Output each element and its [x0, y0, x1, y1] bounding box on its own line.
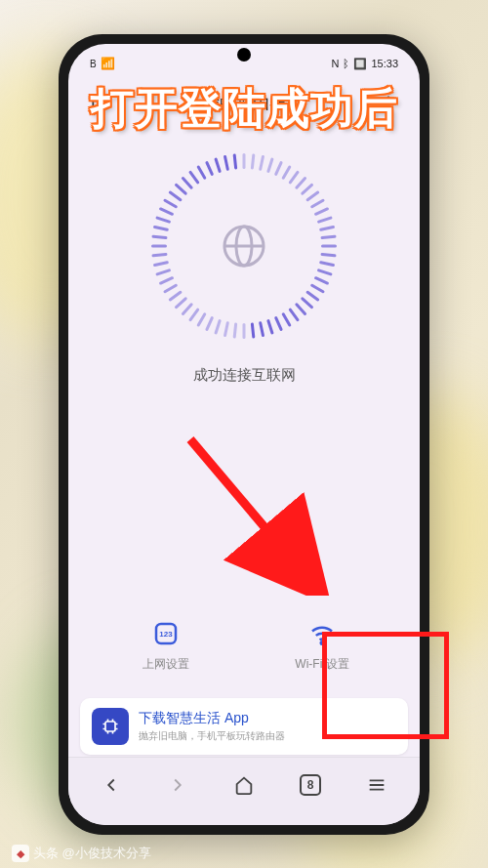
browser-nav-bar: 8 — [68, 757, 420, 825]
overlay-caption: 打开登陆成功后 — [91, 80, 398, 138]
nav-forward-button[interactable] — [158, 765, 197, 805]
app-download-banner[interactable]: 下载智慧生活 App 抛弃旧电脑，手机平板玩转路由器 — [80, 698, 408, 755]
wifi-icon — [307, 619, 337, 648]
screen: B 📶 N ᛒ 🔲 15:33 我的路由器 — [68, 44, 420, 825]
wifi-settings-button[interactable]: Wi-Fi 设置 — [244, 605, 400, 686]
promo-title: 下载智慧生活 App — [139, 710, 396, 727]
bluetooth-icon: ᛒ — [343, 58, 349, 69]
watermark-icon: ◆ — [12, 845, 29, 862]
nav-back-button[interactable] — [92, 765, 131, 805]
app-icon — [92, 708, 129, 745]
wifi-settings-label: Wi-Fi 设置 — [295, 656, 348, 673]
connection-status-text: 成功连接互联网 — [193, 366, 296, 385]
watermark: ◆ 头条 @小俊技术分享 — [12, 845, 151, 862]
svg-point-7 — [321, 641, 324, 644]
watermark-text: 头条 @小俊技术分享 — [33, 845, 151, 862]
battery-icon: 🔲 — [353, 58, 367, 70]
signal-icon: 📶 — [101, 57, 115, 70]
clock: 15:33 — [371, 58, 398, 69]
internet-settings-button[interactable]: 123 上网设置 — [88, 605, 244, 686]
connection-dial — [151, 153, 337, 339]
settings-row: 123 上网设置 Wi-Fi 设置 — [68, 605, 420, 686]
nav-menu-button[interactable] — [357, 765, 396, 805]
internet-settings-label: 上网设置 — [142, 656, 189, 673]
nfc-icon: N — [332, 58, 340, 69]
promo-subtitle: 抛弃旧电脑，手机平板玩转路由器 — [139, 729, 396, 743]
svg-rect-8 — [105, 722, 115, 731]
nav-home-button[interactable] — [224, 765, 264, 805]
camera-hole — [237, 48, 251, 62]
tab-count: 8 — [300, 774, 321, 796]
internet-settings-icon: 123 — [151, 619, 181, 648]
connection-dial-area: 成功连接互联网 — [68, 124, 420, 404]
sim-indicator: B — [90, 59, 97, 69]
phone-frame: B 📶 N ᛒ 🔲 15:33 我的路由器 — [59, 34, 429, 835]
nav-tabs-button[interactable]: 8 — [291, 765, 330, 805]
